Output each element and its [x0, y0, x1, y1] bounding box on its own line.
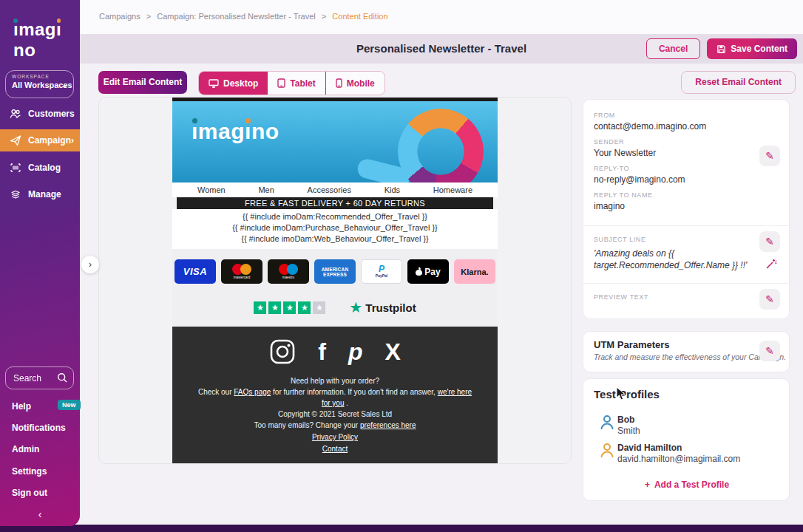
- edit-sender-button[interactable]: ✎: [759, 146, 780, 166]
- pinterest-icon[interactable]: p: [348, 339, 363, 364]
- profile-name[interactable]: David Hamilton: [617, 443, 682, 453]
- logo-mid: mag: [198, 119, 245, 143]
- replyto-label: REPLY-TO: [594, 165, 629, 172]
- sidebar-item-label: Manage: [28, 189, 61, 200]
- x-icon[interactable]: X: [384, 339, 400, 364]
- from-value: contact@demo.imagino.com: [594, 121, 706, 132]
- search-input[interactable]: [12, 369, 61, 387]
- save-label: Save Content: [731, 38, 787, 59]
- device-tablet-tab[interactable]: Tablet: [268, 72, 325, 95]
- sidebar-item-label: Campaign: [28, 135, 71, 146]
- replytoname-label: REPLY TO NAME: [594, 191, 653, 199]
- instagram-icon[interactable]: [269, 338, 296, 365]
- edit-preview-text-button[interactable]: ✎: [759, 289, 780, 310]
- breadcrumb-campaigns[interactable]: Campaigns: [99, 12, 140, 21]
- sidebar-item-customers[interactable]: Customers: [0, 103, 80, 124]
- footer-help-line: Need help with your order?: [172, 375, 498, 386]
- profile-name[interactable]: Bob: [617, 415, 634, 425]
- applepay-label: Pay: [424, 267, 440, 277]
- breadcrumb: Campaigns > Campaign: Personalised Newsl…: [99, 12, 388, 21]
- ai-wand-button[interactable]: [765, 258, 777, 273]
- sidebar-search[interactable]: [5, 366, 74, 389]
- privacy-policy-link[interactable]: Privacy Policy: [312, 433, 358, 441]
- chevron-right-icon: ›: [89, 259, 92, 270]
- desktop-icon: [209, 79, 219, 88]
- sidebar-item-signout[interactable]: Sign out: [12, 488, 47, 498]
- swirl-ring-graphic: [398, 109, 484, 183]
- breadcrumb-separator: >: [322, 12, 326, 21]
- signout-label: Sign out: [12, 488, 47, 498]
- profile-detail: david.hamilton@imagimail.com: [617, 454, 740, 464]
- logo-i1: ı: [192, 119, 198, 144]
- payments-section: VISA mastercard maestro AMERICAN EXPRESS…: [172, 249, 498, 327]
- email-banner-logo: ımagıno: [192, 119, 279, 144]
- edit-subject-button[interactable]: ✎: [759, 231, 780, 252]
- edit-email-content-button[interactable]: Edit Email Content: [98, 71, 187, 94]
- bottom-accent-strip: [0, 525, 803, 532]
- sidebar-item-admin[interactable]: Admin: [12, 444, 39, 454]
- sender-settings-card: FROM contact@demo.imagino.com SENDER You…: [583, 99, 790, 319]
- amex-badge: AMERICAN EXPRESS: [314, 259, 356, 284]
- sidebar-item-catalog[interactable]: Catalog: [0, 157, 80, 178]
- workspace-selector[interactable]: WORKSPACE All Workspaces ⌄: [5, 70, 74, 98]
- star-icon: ★: [283, 301, 296, 314]
- device-desktop-tab[interactable]: Desktop: [199, 72, 268, 95]
- sidebar-item-label: Catalog: [28, 163, 61, 173]
- contact-line: Contact: [172, 443, 498, 454]
- email-nav-women[interactable]: Women: [197, 185, 226, 194]
- sidebar-item-manage[interactable]: Manage: [0, 184, 80, 205]
- include-directives: {{ #include imoDam:Recommended_Offer_Tra…: [172, 209, 498, 249]
- utm-parameters-card: UTM Parameters Track and measure the eff…: [583, 331, 790, 372]
- breadcrumb-campaign[interactable]: Campaign: Personalised Newsletter - Trav…: [157, 12, 316, 21]
- email-nav-kids[interactable]: Kids: [384, 185, 400, 194]
- logo-i2: ı: [56, 19, 61, 40]
- email-nav-men[interactable]: Men: [258, 185, 274, 194]
- star-icon: ★: [254, 301, 266, 314]
- add-test-profile-button[interactable]: +Add a Test Profile: [583, 480, 790, 490]
- facebook-icon[interactable]: f: [318, 339, 326, 364]
- maestro-label: maestro: [282, 276, 294, 279]
- breadcrumb-separator: >: [146, 12, 151, 21]
- sender-value: Your Newsletter: [594, 148, 656, 158]
- replytoname-value: imagino: [594, 201, 625, 211]
- email-nav-accessories[interactable]: Accessories: [308, 185, 351, 194]
- help-label: Help: [12, 401, 31, 412]
- email-banner: ımagıno: [172, 101, 498, 183]
- email-body: ımagıno Women Men Accessories Kids Homew…: [172, 98, 498, 464]
- sidebar-collapse-button[interactable]: ‹: [0, 508, 80, 520]
- sidebar-item-settings[interactable]: Settings: [12, 466, 47, 477]
- profile-detail: Smith: [617, 426, 640, 436]
- divider: [583, 225, 789, 226]
- sidebar-item-campaign[interactable]: Campaign ›: [0, 129, 80, 151]
- subject-label: SUBJECT LINE: [594, 236, 646, 243]
- panel-expander-tab[interactable]: ›: [81, 256, 99, 273]
- paypal-badge: PPayPal: [361, 259, 402, 284]
- save-content-button[interactable]: Save Content: [707, 38, 797, 59]
- paypal-label: PayPal: [376, 273, 387, 278]
- device-switcher: Desktop Tablet Mobile: [198, 71, 385, 95]
- cancel-button[interactable]: Cancel: [646, 38, 700, 59]
- edit-utm-button[interactable]: ✎: [759, 341, 780, 361]
- star-icon: ★: [268, 301, 281, 314]
- chevron-left-icon: ‹: [38, 508, 42, 520]
- device-mobile-tab[interactable]: Mobile: [326, 72, 384, 95]
- contact-link[interactable]: Contact: [322, 445, 348, 453]
- logo-i1: ı: [13, 19, 18, 40]
- preferences-link[interactable]: preferences here: [360, 421, 416, 429]
- subject-value: 'Amazing deals on {{ target.Recommended_…: [594, 248, 753, 271]
- test-profiles-title: Test Profiles: [594, 388, 660, 400]
- reset-email-content-button[interactable]: Reset Email Content: [681, 71, 796, 94]
- pencil-icon: ✎: [765, 236, 774, 248]
- logo-mid: mag: [18, 19, 56, 39]
- settings-label: Settings: [12, 466, 47, 477]
- email-nav-homeware[interactable]: Homeware: [433, 185, 472, 194]
- sidebar-item-notifications[interactable]: Notifications: [12, 423, 66, 433]
- sidebar: ımagıno WORKSPACE All Workspaces ⌄ Custo…: [0, 0, 80, 526]
- visa-badge: VISA: [175, 259, 216, 284]
- faq-link[interactable]: FAQs page: [234, 388, 271, 396]
- new-badge: New: [58, 400, 81, 410]
- sidebar-item-help[interactable]: Help New: [12, 401, 31, 412]
- mastercard-badge: mastercard: [221, 259, 262, 284]
- trustpilot-row: ★ ★ ★ ★ ★ ★ Trustpilot: [172, 300, 498, 315]
- top-zone: Campaigns > Campaign: Personalised Newsl…: [80, 0, 803, 34]
